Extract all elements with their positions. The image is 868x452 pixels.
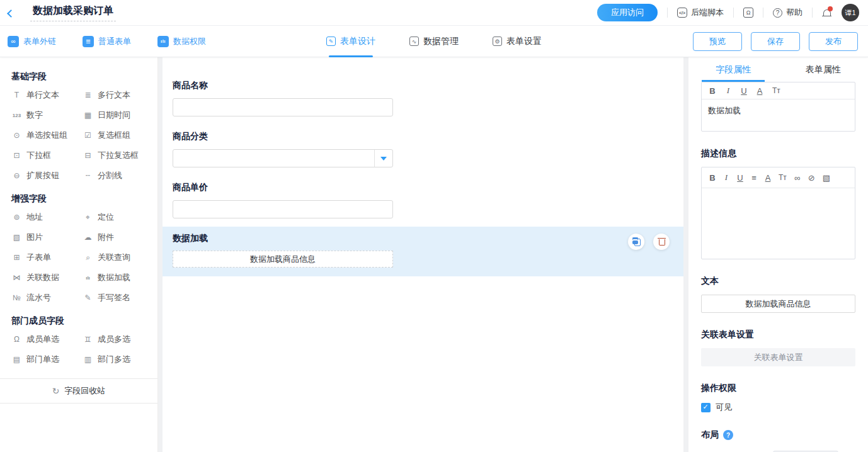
canvas-field-data-load-selected[interactable]: 数据加载 数据加载商品信息	[163, 227, 683, 276]
backend-script-button[interactable]: </> 后端脚本	[677, 7, 724, 18]
section-title-member-fields: 部门成员字段	[0, 310, 157, 329]
field-item-radio-group[interactable]: ⊙单选按钮组	[11, 125, 83, 145]
tab-form-settings[interactable]: ⚙ 表单设置	[493, 26, 542, 57]
field-item-label: 分割线	[98, 170, 122, 181]
layout-help-icon[interactable]: ?	[723, 430, 733, 440]
description-input[interactable]	[702, 188, 855, 259]
document-icon: ≣	[83, 36, 94, 47]
field-item-location[interactable]: ⌖定位	[83, 207, 154, 227]
unlink-icon[interactable]: ⊘	[808, 173, 815, 183]
normal-form-button[interactable]: ≣ 普通表单	[83, 36, 131, 47]
tab-form-properties[interactable]: 表单属性	[779, 57, 868, 82]
canvas-field-product-price[interactable]: 商品单价	[163, 167, 683, 218]
related-form-label: 关联表单设置	[701, 329, 855, 341]
app-access-button[interactable]: 应用访问	[597, 4, 658, 21]
canvas-field-product-name[interactable]: 商品名称	[163, 57, 683, 116]
field-item-label: 图片	[26, 232, 43, 243]
save-button[interactable]: 保存	[751, 32, 800, 51]
insert-image-icon[interactable]: ▧	[823, 173, 830, 183]
lookup-query-icon: ⌕	[83, 253, 93, 262]
field-label: 数据加载	[173, 233, 673, 244]
field-item-label: 附件	[98, 232, 114, 243]
font-color-icon[interactable]: A	[757, 86, 763, 96]
tab-field-properties[interactable]: 字段属性	[688, 57, 779, 82]
field-item-label: 成员多选	[98, 334, 130, 345]
field-item-address[interactable]: ⊚地址	[11, 207, 83, 227]
contacts-button[interactable]: Ω	[743, 8, 753, 18]
font-size-icon[interactable]: Tᴛ	[772, 86, 780, 95]
canvas-field-product-category[interactable]: 商品分类	[163, 116, 683, 167]
layout-label: 布局 ?	[701, 429, 855, 441]
field-item-single-line-text[interactable]: T单行文本	[11, 85, 83, 105]
product-category-select[interactable]	[173, 149, 393, 167]
field-item-member-multi[interactable]: ♊成员多选	[83, 329, 154, 349]
form-design-icon: ✎	[326, 37, 336, 46]
signature-icon: ✎	[83, 293, 93, 302]
bold-icon[interactable]: B	[709, 86, 716, 96]
description-editor: B I U ≡ A Tᴛ ∞ ⊘ ▧	[701, 167, 855, 259]
visible-checkbox[interactable]	[701, 403, 711, 412]
align-icon[interactable]: ≡	[751, 173, 757, 183]
attachment-icon: ☁	[83, 233, 93, 242]
data-permission-button[interactable]: ılı 数据权限	[157, 36, 206, 47]
field-item-dept-single[interactable]: ▤部门单选	[11, 349, 83, 370]
page-title[interactable]: 数据加载采购订单	[30, 4, 116, 21]
checkbox-group-icon: ☑	[83, 131, 93, 140]
field-item-number[interactable]: 123数字	[11, 105, 83, 125]
field-item-checkbox-group[interactable]: ☑复选框组	[83, 125, 154, 145]
field-item-subform[interactable]: ⊞子表单	[11, 247, 83, 268]
bold-icon[interactable]: B	[709, 173, 716, 183]
product-price-input[interactable]	[173, 200, 393, 218]
field-item-multi-select[interactable]: ⊟下拉复选框	[83, 145, 154, 166]
divider	[812, 8, 813, 18]
field-item-extend-button[interactable]: ⊖扩展按钮	[11, 166, 83, 186]
field-item-dept-multi[interactable]: ▥部门多选	[83, 349, 154, 370]
publish-button[interactable]: 发布	[809, 32, 858, 51]
font-size-icon[interactable]: Tᴛ	[779, 173, 787, 182]
field-title-input[interactable]: 数据加载	[702, 99, 855, 131]
field-item-linked-data[interactable]: ⋈关联数据	[11, 268, 83, 288]
basic-fields-grid: T单行文本 ≣多行文本 123数字 ▦日期时间 ⊙单选按钮组 ☑复选框组 ⊡下拉…	[0, 85, 157, 188]
user-avatar[interactable]: 谭1	[842, 4, 859, 21]
notification-bell-icon[interactable]	[822, 8, 832, 18]
delete-field-button[interactable]	[653, 234, 670, 250]
help-button[interactable]: ? 帮助	[773, 7, 802, 18]
link-icon[interactable]: ∞	[794, 173, 801, 183]
tab-data-management[interactable]: ∿ 数据管理	[409, 26, 459, 57]
related-form-settings-button[interactable]: 关联表单设置	[701, 348, 855, 366]
tab-form-design[interactable]: ✎ 表单设计	[326, 26, 375, 57]
field-item-signature[interactable]: ✎手写签名	[83, 288, 154, 308]
tab-form-settings-label: 表单设置	[506, 36, 542, 47]
field-item-serial-number[interactable]: №流水号	[11, 288, 83, 308]
font-color-icon[interactable]: A	[765, 173, 771, 183]
field-item-label: 单行文本	[26, 89, 59, 101]
button-text-value[interactable]: 数据加载商品信息	[701, 295, 855, 313]
field-item-lookup-query[interactable]: ⌕关联查询	[83, 247, 154, 268]
enhanced-fields-grid: ⊚地址 ⌖定位 ▧图片 ☁附件 ⊞子表单 ⌕关联查询 ⋈关联数据 ılı数据加载…	[0, 207, 157, 310]
back-button[interactable]	[0, 9, 21, 16]
field-item-label: 子表单	[26, 252, 51, 263]
description-label: 描述信息	[701, 148, 855, 159]
field-item-select[interactable]: ⊡下拉框	[11, 145, 83, 166]
copy-icon	[632, 237, 641, 246]
field-item-data-load[interactable]: ılı数据加载	[83, 268, 154, 288]
underline-icon[interactable]: U	[737, 173, 743, 183]
field-item-member-single[interactable]: Ω成员单选	[11, 329, 83, 349]
product-name-input[interactable]	[173, 98, 393, 116]
duplicate-field-button[interactable]	[628, 234, 644, 250]
field-item-attachment[interactable]: ☁附件	[83, 227, 154, 247]
divider	[667, 8, 668, 18]
field-item-multi-line-text[interactable]: ≣多行文本	[83, 85, 154, 105]
italic-icon[interactable]: I	[725, 86, 731, 96]
data-load-trigger-button[interactable]: 数据加载商品信息	[173, 251, 393, 268]
field-recycle-bin-button[interactable]: ↻ 字段回收站	[0, 378, 157, 404]
italic-icon[interactable]: I	[723, 172, 729, 183]
field-item-image[interactable]: ▧图片	[11, 227, 83, 247]
tab-data-management-label: 数据管理	[423, 36, 459, 47]
form-external-link-button[interactable]: ∞ 表单外链	[8, 36, 56, 47]
field-item-datetime[interactable]: ▦日期时间	[83, 105, 154, 125]
underline-icon[interactable]: U	[741, 86, 747, 96]
preview-button[interactable]: 预览	[693, 32, 742, 51]
trash-icon	[658, 237, 666, 246]
field-item-divider-line[interactable]: ╌分割线	[83, 166, 154, 186]
